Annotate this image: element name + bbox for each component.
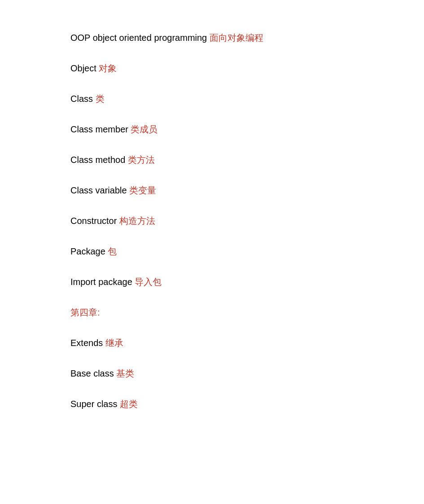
term-english-class: Class: [70, 94, 93, 104]
chapter-heading: 第四章:: [70, 307, 100, 317]
term-text-super-class: Super class 超类: [70, 399, 138, 409]
term-text-import-package: Import package 导入包: [70, 277, 162, 287]
term-chinese-constructor: 构造方法: [117, 216, 155, 226]
term-item-import-package: Import package 导入包: [70, 276, 424, 288]
term-chinese-class-variable: 类变量: [127, 185, 157, 195]
term-chinese-super-class: 超类: [118, 399, 138, 409]
term-english-oop: OOP object oriented programming: [70, 33, 207, 43]
term-text-oop: OOP object oriented programming 面向对象编程: [70, 33, 263, 43]
term-english-class-member: Class member: [70, 124, 128, 134]
term-chinese-package: 包: [105, 246, 117, 256]
term-chinese-class-member: 类成员: [128, 124, 158, 134]
term-chinese-import-package: 导入包: [132, 277, 162, 287]
term-chinese-extends: 继承: [103, 338, 123, 348]
main-content: OOP object oriented programming 面向对象编程Ob…: [0, 0, 424, 460]
term-item-chapter-four: 第四章:: [70, 306, 424, 319]
term-item-object: Object 对象: [70, 62, 424, 75]
term-text-package: Package 包: [70, 246, 117, 256]
term-item-constructor: Constructor 构造方法: [70, 215, 424, 227]
term-text-class: Class 类: [70, 94, 105, 104]
term-english-object: Object: [70, 63, 96, 73]
term-item-oop: OOP object oriented programming 面向对象编程: [70, 31, 424, 44]
term-chinese-class-method: 类方法: [125, 155, 155, 165]
term-item-extends: Extends 继承: [70, 337, 424, 349]
term-item-class: Class 类: [70, 92, 424, 105]
term-item-class-variable: Class variable 类变量: [70, 184, 424, 197]
term-text-class-member: Class member 类成员: [70, 124, 157, 134]
term-text-class-method: Class method 类方法: [70, 155, 155, 165]
term-english-class-method: Class method: [70, 155, 125, 165]
term-english-constructor: Constructor: [70, 216, 117, 226]
term-text-extends: Extends 继承: [70, 338, 123, 348]
term-text-object: Object 对象: [70, 63, 117, 73]
term-item-super-class: Super class 超类: [70, 398, 424, 410]
term-chinese-base-class: 基类: [114, 368, 135, 378]
term-text-base-class: Base class 基类: [70, 368, 134, 378]
term-english-import-package: Import package: [70, 277, 132, 287]
term-item-base-class: Base class 基类: [70, 367, 424, 380]
term-text-class-variable: Class variable 类变量: [70, 185, 156, 195]
term-english-class-variable: Class variable: [70, 185, 127, 195]
term-chinese-class: 类: [93, 94, 105, 104]
term-english-extends: Extends: [70, 338, 103, 348]
term-item-package: Package 包: [70, 245, 424, 258]
term-text-constructor: Constructor 构造方法: [70, 216, 155, 226]
term-item-class-method: Class method 类方法: [70, 153, 424, 166]
term-english-super-class: Super class: [70, 399, 118, 409]
term-chinese-oop: 面向对象编程: [207, 33, 263, 43]
term-english-package: Package: [70, 246, 105, 256]
term-english-base-class: Base class: [70, 368, 114, 378]
term-item-class-member: Class member 类成员: [70, 123, 424, 136]
term-chinese-object: 对象: [96, 63, 117, 73]
